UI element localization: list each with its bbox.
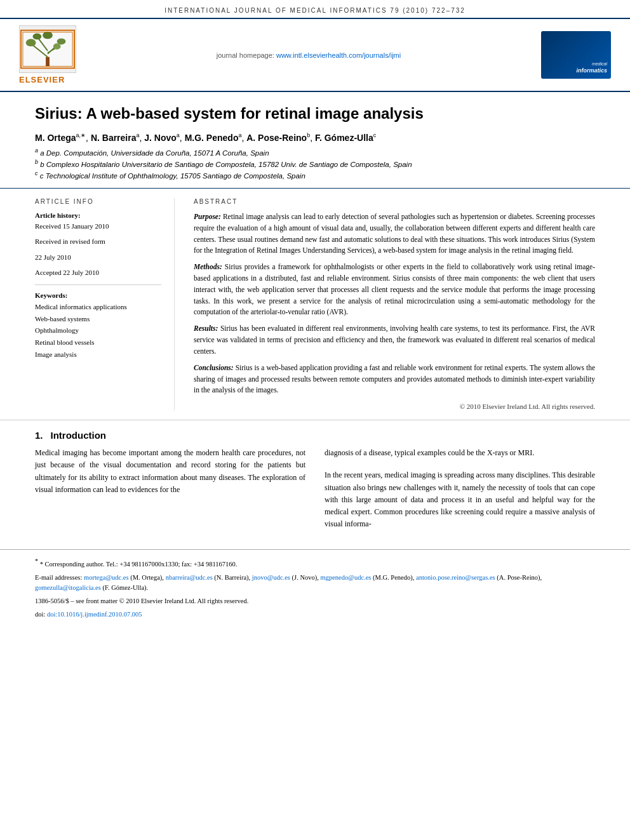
elsevier-logo: ELSEVIER: [19, 25, 76, 84]
email-pose[interactable]: antonio.pose.reino@sergas.es: [416, 574, 495, 581]
keyword-2: Web-based systems: [35, 313, 161, 325]
abstract-conclusions-text: Sirius is a web-based application provid…: [194, 364, 595, 394]
article-info-title: ARTICLE INFO: [35, 198, 161, 205]
info-divider: [35, 284, 161, 285]
accepted-date: Accepted 22 July 2010: [35, 267, 161, 278]
authors-line: M. Ortegaa,∗, N. Barreiraa, J. Novoa, M.…: [35, 132, 595, 143]
journal-homepage: journal homepage: www.intl.elsevierhealt…: [76, 51, 541, 59]
section-heading-intro: 1. Introduction: [35, 430, 595, 441]
elsevier-brand-text: ELSEVIER: [19, 75, 65, 84]
homepage-url[interactable]: www.intl.elsevierhealth.com/journals/ijm…: [276, 51, 401, 59]
email-novo[interactable]: jnovo@udc.es: [252, 574, 290, 581]
footnote-section: * * Corresponding author. Tel.: +34 9811…: [0, 549, 630, 632]
intro-two-col: Medical imaging has become important amo…: [35, 447, 595, 530]
author-penedo: M.G. Penedo: [185, 132, 239, 142]
affiliation-c: c c Technological Institute of Ophthalmo…: [35, 170, 595, 180]
intro-right-text-2: In the recent years, medical imaging is …: [325, 469, 595, 530]
logo-row: ELSEVIER journal homepage: www.intl.else…: [0, 19, 630, 92]
email-gomez[interactable]: gomezulla@itogalicia.es: [35, 584, 101, 591]
footnote-doi: doi: doi:10.1016/j.ijmedinf.2010.07.005: [35, 610, 595, 620]
keyword-4: Retinal blood vessels: [35, 337, 161, 349]
abstract-conclusions: Conclusions: Sirius is a web-based appli…: [194, 363, 595, 396]
abstract-purpose: Purpose: Retinal image analysis can lead…: [194, 211, 595, 257]
abstract-purpose-text: Retinal image analysis can lead to early…: [194, 213, 595, 254]
journal-title-top: INTERNATIONAL JOURNAL OF MEDICAL INFORMA…: [164, 7, 466, 14]
page-wrapper: INTERNATIONAL JOURNAL OF MEDICAL INFORMA…: [0, 0, 630, 840]
email-ortega[interactable]: mortega@udc.es: [84, 574, 129, 581]
svg-point-8: [33, 34, 42, 40]
author-ortega: M. Ortega: [35, 132, 76, 142]
email-penedo[interactable]: mgpenedo@udc.es: [320, 574, 371, 581]
article-main-title: Sirius: A web-based system for retinal i…: [35, 105, 595, 123]
abstract-results: Results: Sirius has been evaluated in di…: [194, 323, 595, 357]
abstract-methods: Methods: Sirius provides a framework for…: [194, 262, 595, 318]
intro-left-text: Medical imaging has become important amo…: [35, 447, 305, 496]
intro-right-text: diagnosis of a disease, typical examples…: [325, 447, 595, 459]
elsevier-tree-image: [19, 25, 76, 73]
medical-informatics-logo: medical informatics: [541, 31, 611, 79]
footnote-corresponding: * * Corresponding author. Tel.: +34 9811…: [35, 556, 595, 570]
email-barreira[interactable]: nbarreira@udc.es: [166, 574, 213, 581]
received-date: Received 15 January 2010: [35, 221, 161, 232]
keyword-1: Medical informatics applications: [35, 301, 161, 313]
revised-date: 22 July 2010: [35, 252, 161, 263]
intro-right-col: diagnosis of a disease, typical examples…: [325, 447, 595, 530]
keywords-title: Keywords:: [35, 291, 161, 299]
section-number: 1.: [35, 430, 43, 441]
mi-logo-text: medical informatics: [576, 61, 607, 75]
homepage-label: journal homepage: www.intl.elsevierhealt…: [95, 51, 522, 59]
abstract-results-text: Sirius has been evaluated in different r…: [194, 324, 595, 355]
copyright-line: © 2010 Elsevier Ireland Ltd. All rights …: [194, 403, 595, 410]
author-novo: J. Novo: [144, 132, 177, 142]
author-pose: A. Pose-Reino: [246, 132, 307, 142]
abstract-methods-text: Sirius provides a framework for ophthalm…: [194, 263, 595, 316]
revised-label: Received in revised form: [35, 236, 161, 247]
affiliation-b: b b Complexo Hospitalario Universitario …: [35, 159, 595, 168]
two-column-section: ARTICLE INFO Article history: Received 1…: [0, 189, 630, 420]
footnote-emails: E-mail addresses: mortega@udc.es (M. Ort…: [35, 573, 595, 594]
footnote-issn: 1386-5056/$ – see front matter © 2010 El…: [35, 596, 595, 607]
abstract-title: ABSTRACT: [194, 198, 595, 205]
keywords-list: Medical informatics applications Web-bas…: [35, 301, 161, 360]
introduction-section: 1. Introduction Medical imaging has beco…: [0, 420, 630, 543]
svg-point-6: [26, 39, 36, 46]
keyword-3: Ophthalmology: [35, 324, 161, 337]
affiliation-a: a a Dep. Computación, Universidade da Co…: [35, 147, 595, 157]
svg-point-9: [53, 43, 61, 50]
abstract-column: ABSTRACT Purpose: Retinal image analysis…: [194, 198, 595, 410]
svg-point-10: [43, 32, 53, 39]
article-info-column: ARTICLE INFO Article history: Received 1…: [35, 198, 175, 410]
keyword-5: Image analysis: [35, 349, 161, 361]
journal-header-bar: INTERNATIONAL JOURNAL OF MEDICAL INFORMA…: [0, 0, 630, 19]
author-gomez: F. Gómez-Ulla: [315, 132, 373, 142]
doi-link[interactable]: doi:10.1016/j.ijmedinf.2010.07.005: [47, 611, 142, 618]
section-title-intro: Introduction: [51, 430, 106, 441]
article-title-section: Sirius: A web-based system for retinal i…: [0, 92, 630, 189]
author-barreira: N. Barreira: [91, 132, 137, 142]
article-history-title: Article history:: [35, 211, 161, 219]
svg-rect-1: [46, 57, 50, 67]
intro-left-col: Medical imaging has become important amo…: [35, 447, 305, 530]
